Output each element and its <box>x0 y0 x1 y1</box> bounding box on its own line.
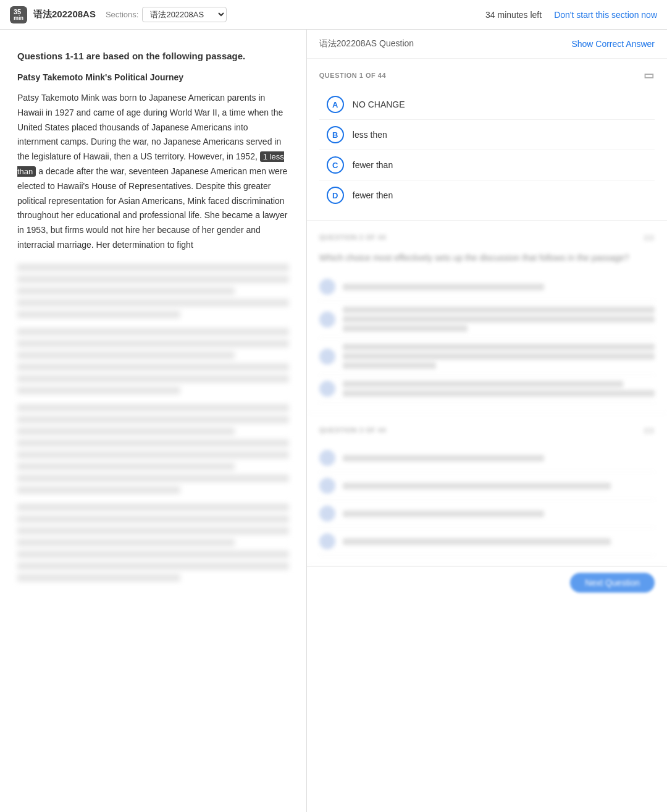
q3-option-c <box>319 500 655 528</box>
option-b-circle: B <box>327 126 344 143</box>
passage-intro: Questions 1-11 are based on the followin… <box>17 49 289 62</box>
questions-panel-header: 语法202208AS Question Show Correct Answer <box>307 30 667 59</box>
question-3-block: QUESTION 3 OF 44 ▭ <box>307 413 667 566</box>
option-d[interactable]: D fewer then <box>319 180 655 210</box>
q3-option-d <box>319 528 655 556</box>
question-2-block: QUESTION 2 OF 44 ▭ Which choice most eff… <box>307 221 667 413</box>
time-left: 34 minutes left <box>485 10 542 20</box>
timer-badge: 35 min <box>10 6 27 23</box>
passage-text-before-highlight: Patsy Takemoto Mink was born to Japanese… <box>17 93 283 161</box>
passage-subtitle: Patsy Takemoto Mink's Political Journey <box>17 72 289 82</box>
q2-option-b <box>319 301 655 338</box>
passage-text-after-highlight: a decade after the war, seventeen Japane… <box>17 166 287 250</box>
q3-option-b <box>319 472 655 500</box>
section-select[interactable]: 语法202208AS <box>142 7 227 22</box>
app-title: 语法202208AS <box>33 9 96 20</box>
main-container: Questions 1-11 are based on the followin… <box>0 30 667 812</box>
questions-panel: 语法202208AS Question Show Correct Answer … <box>307 30 667 812</box>
passage-blurred-section-2 <box>17 328 289 394</box>
option-c-text: fewer than <box>353 160 393 170</box>
question-1-block: QUESTION 1 OF 44 ▭ A NO CHANGE B less th… <box>307 59 667 221</box>
passage-body-1: Patsy Takemoto Mink was born to Japanese… <box>17 91 289 253</box>
passage-blurred-section-4 <box>17 504 289 582</box>
passage-blurred-section-1 <box>17 264 289 318</box>
option-a-circle: A <box>327 96 344 113</box>
top-navigation: 35 min 语法202208AS Sections: 语法202208AS 3… <box>0 0 667 30</box>
q2-option-a <box>319 273 655 301</box>
panel-title: 语法202208AS Question <box>319 38 414 49</box>
question-2-prompt: Which choice most effectively sets up th… <box>319 252 655 264</box>
q3-option-a <box>319 444 655 472</box>
option-c-circle: C <box>327 156 344 174</box>
option-a[interactable]: A NO CHANGE <box>319 90 655 120</box>
passage-blurred-section-3 <box>17 404 289 494</box>
option-d-text: fewer then <box>353 190 393 200</box>
q2-option-d <box>319 375 655 403</box>
question-1-number: QUESTION 1 OF 44 <box>319 72 386 79</box>
sections-label: Sections: <box>106 10 138 19</box>
passage-panel: Questions 1-11 are based on the followin… <box>0 30 307 812</box>
option-d-circle: D <box>327 187 344 204</box>
question-3-number: QUESTION 3 OF 44 <box>319 426 386 434</box>
timer-minutes: 35 <box>14 8 21 15</box>
bookmark-icon-2: ▭ <box>644 230 655 244</box>
question-2-number: QUESTION 2 OF 44 <box>319 234 386 241</box>
option-a-text: NO CHANGE <box>353 99 405 109</box>
next-button[interactable]: Next Question <box>570 573 655 593</box>
option-b[interactable]: B less then <box>319 120 655 150</box>
timer-label: min <box>14 15 23 21</box>
option-b-text: less then <box>353 130 387 140</box>
bottom-navigation: Next Question <box>307 566 667 599</box>
question-2-label: QUESTION 2 OF 44 ▭ <box>319 230 655 244</box>
question-3-label: QUESTION 3 OF 44 ▭ <box>319 423 655 437</box>
option-c[interactable]: C fewer than <box>319 150 655 180</box>
bookmark-icon[interactable]: ▭ <box>644 69 655 82</box>
bookmark-icon-3: ▭ <box>644 423 655 437</box>
show-correct-answer-link[interactable]: Show Correct Answer <box>571 39 655 49</box>
question-1-label: QUESTION 1 OF 44 ▭ <box>319 69 655 82</box>
dont-start-link[interactable]: Don't start this section now <box>554 10 657 20</box>
q2-option-c <box>319 338 655 375</box>
